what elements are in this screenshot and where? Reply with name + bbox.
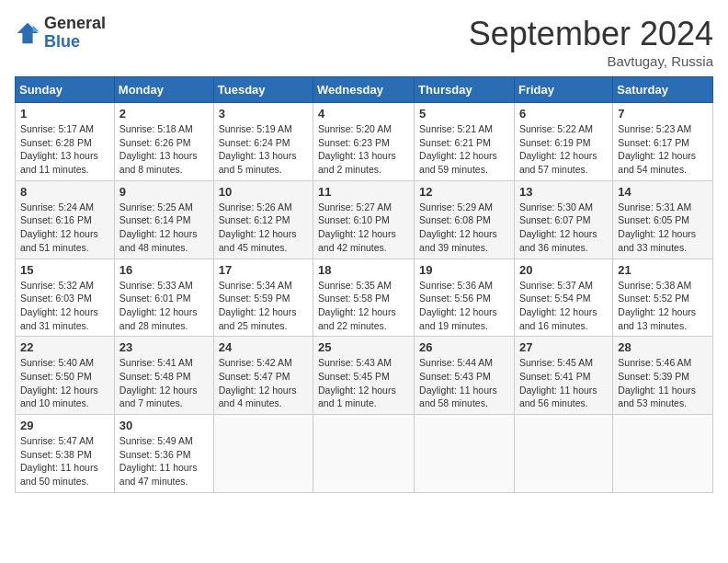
logo-blue: Blue bbox=[44, 33, 106, 52]
calendar-cell: 3Sunrise: 5:19 AMSunset: 6:24 PMDaylight… bbox=[213, 103, 313, 181]
day-number: 29 bbox=[20, 419, 109, 432]
day-info: Sunrise: 5:46 AMSunset: 5:39 PMDaylight:… bbox=[618, 357, 696, 408]
day-info: Sunrise: 5:29 AMSunset: 6:08 PMDaylight:… bbox=[419, 201, 497, 253]
location: Bavtugay, Russia bbox=[469, 53, 713, 69]
day-number: 22 bbox=[20, 340, 109, 354]
day-number: 28 bbox=[618, 340, 708, 354]
calendar-cell: 9Sunrise: 5:25 AMSunset: 6:14 PMDaylight… bbox=[114, 180, 213, 259]
title-block: September 2024 Bavtugay, Russia bbox=[469, 15, 713, 69]
calendar-cell: 10Sunrise: 5:26 AMSunset: 6:12 PMDayligh… bbox=[213, 180, 313, 259]
day-info: Sunrise: 5:26 AMSunset: 6:12 PMDaylight:… bbox=[219, 201, 297, 253]
calendar-cell bbox=[613, 415, 713, 493]
day-number: 26 bbox=[419, 340, 509, 354]
day-info: Sunrise: 5:32 AMSunset: 6:03 PMDaylight:… bbox=[20, 280, 98, 331]
day-number: 25 bbox=[318, 340, 409, 354]
day-info: Sunrise: 5:25 AMSunset: 6:14 PMDaylight:… bbox=[119, 201, 198, 253]
calendar-cell bbox=[313, 415, 415, 493]
day-info: Sunrise: 5:22 AMSunset: 6:19 PMDaylight:… bbox=[519, 123, 597, 175]
day-number: 18 bbox=[318, 263, 409, 277]
day-info: Sunrise: 5:30 AMSunset: 6:07 PMDaylight:… bbox=[519, 201, 597, 253]
day-info: Sunrise: 5:27 AMSunset: 6:10 PMDaylight:… bbox=[318, 201, 396, 253]
day-header: Monday bbox=[114, 77, 213, 103]
day-info: Sunrise: 5:40 AMSunset: 5:50 PMDaylight:… bbox=[20, 357, 98, 408]
calendar-cell: 7Sunrise: 5:23 AMSunset: 6:17 PMDaylight… bbox=[613, 103, 713, 181]
day-info: Sunrise: 5:34 AMSunset: 5:59 PMDaylight:… bbox=[219, 280, 297, 331]
logo-general: General bbox=[44, 15, 106, 33]
day-number: 24 bbox=[219, 340, 308, 354]
day-info: Sunrise: 5:18 AMSunset: 6:26 PMDaylight:… bbox=[119, 123, 198, 175]
day-info: Sunrise: 5:49 AMSunset: 5:36 PMDaylight:… bbox=[119, 435, 198, 487]
calendar-cell: 17Sunrise: 5:34 AMSunset: 5:59 PMDayligh… bbox=[213, 259, 313, 337]
day-number: 2 bbox=[119, 107, 209, 121]
calendar-cell: 16Sunrise: 5:33 AMSunset: 6:01 PMDayligh… bbox=[114, 259, 213, 337]
day-number: 13 bbox=[519, 185, 608, 199]
calendar-cell: 26Sunrise: 5:44 AMSunset: 5:43 PMDayligh… bbox=[415, 337, 515, 415]
day-number: 23 bbox=[119, 340, 209, 354]
day-number: 21 bbox=[618, 263, 708, 277]
day-number: 15 bbox=[20, 263, 109, 277]
calendar-cell: 29Sunrise: 5:47 AMSunset: 5:38 PMDayligh… bbox=[16, 415, 115, 493]
calendar-cell: 11Sunrise: 5:27 AMSunset: 6:10 PMDayligh… bbox=[313, 180, 415, 259]
calendar-cell: 14Sunrise: 5:31 AMSunset: 6:05 PMDayligh… bbox=[613, 180, 713, 259]
calendar-cell: 15Sunrise: 5:32 AMSunset: 6:03 PMDayligh… bbox=[16, 259, 115, 337]
calendar-cell: 2Sunrise: 5:18 AMSunset: 6:26 PMDaylight… bbox=[114, 103, 213, 181]
day-number: 16 bbox=[119, 263, 209, 277]
day-number: 6 bbox=[519, 107, 608, 121]
calendar-cell: 8Sunrise: 5:24 AMSunset: 6:16 PMDaylight… bbox=[16, 180, 115, 259]
calendar-cell: 5Sunrise: 5:21 AMSunset: 6:21 PMDaylight… bbox=[415, 103, 515, 181]
page-header: General Blue September 2024 Bavtugay, Ru… bbox=[15, 15, 713, 69]
day-info: Sunrise: 5:17 AMSunset: 6:28 PMDaylight:… bbox=[20, 123, 98, 175]
calendar-cell: 19Sunrise: 5:36 AMSunset: 5:56 PMDayligh… bbox=[415, 259, 515, 337]
calendar-cell: 28Sunrise: 5:46 AMSunset: 5:39 PMDayligh… bbox=[613, 337, 713, 415]
day-info: Sunrise: 5:35 AMSunset: 5:58 PMDaylight:… bbox=[318, 280, 396, 331]
calendar-cell: 21Sunrise: 5:38 AMSunset: 5:52 PMDayligh… bbox=[613, 259, 713, 337]
day-info: Sunrise: 5:21 AMSunset: 6:21 PMDaylight:… bbox=[419, 123, 497, 175]
day-number: 12 bbox=[419, 185, 509, 199]
calendar-cell: 24Sunrise: 5:42 AMSunset: 5:47 PMDayligh… bbox=[213, 337, 313, 415]
calendar-cell bbox=[514, 415, 612, 493]
day-header: Thursday bbox=[415, 77, 515, 103]
calendar-body: 1Sunrise: 5:17 AMSunset: 6:28 PMDaylight… bbox=[16, 103, 713, 493]
day-info: Sunrise: 5:33 AMSunset: 6:01 PMDaylight:… bbox=[119, 280, 198, 331]
day-number: 3 bbox=[219, 107, 308, 121]
calendar-cell: 25Sunrise: 5:43 AMSunset: 5:45 PMDayligh… bbox=[313, 337, 415, 415]
day-number: 20 bbox=[519, 263, 608, 277]
day-info: Sunrise: 5:47 AMSunset: 5:38 PMDaylight:… bbox=[20, 435, 98, 487]
logo-icon bbox=[15, 20, 40, 46]
calendar-cell: 12Sunrise: 5:29 AMSunset: 6:08 PMDayligh… bbox=[415, 180, 515, 259]
calendar-cell: 6Sunrise: 5:22 AMSunset: 6:19 PMDaylight… bbox=[514, 103, 612, 181]
day-number: 17 bbox=[219, 263, 308, 277]
calendar-cell: 23Sunrise: 5:41 AMSunset: 5:48 PMDayligh… bbox=[114, 337, 213, 415]
day-number: 9 bbox=[119, 185, 209, 199]
day-number: 1 bbox=[20, 107, 109, 121]
calendar-cell: 22Sunrise: 5:40 AMSunset: 5:50 PMDayligh… bbox=[16, 337, 115, 415]
logo: General Blue bbox=[15, 15, 106, 52]
day-info: Sunrise: 5:23 AMSunset: 6:17 PMDaylight:… bbox=[618, 123, 696, 175]
calendar-cell: 13Sunrise: 5:30 AMSunset: 6:07 PMDayligh… bbox=[514, 180, 612, 259]
logo-text: General Blue bbox=[44, 15, 106, 52]
day-number: 7 bbox=[618, 107, 708, 121]
day-info: Sunrise: 5:37 AMSunset: 5:54 PMDaylight:… bbox=[519, 280, 597, 331]
day-info: Sunrise: 5:36 AMSunset: 5:56 PMDaylight:… bbox=[419, 280, 497, 331]
day-info: Sunrise: 5:31 AMSunset: 6:05 PMDaylight:… bbox=[618, 201, 696, 253]
day-number: 19 bbox=[419, 263, 509, 277]
day-info: Sunrise: 5:19 AMSunset: 6:24 PMDaylight:… bbox=[219, 123, 297, 175]
day-header: Sunday bbox=[16, 77, 115, 103]
calendar-cell: 27Sunrise: 5:45 AMSunset: 5:41 PMDayligh… bbox=[514, 337, 612, 415]
month-title: September 2024 bbox=[469, 15, 713, 53]
day-number: 5 bbox=[419, 107, 509, 121]
day-number: 10 bbox=[219, 185, 308, 199]
day-info: Sunrise: 5:24 AMSunset: 6:16 PMDaylight:… bbox=[20, 201, 98, 253]
svg-marker-0 bbox=[17, 23, 38, 43]
calendar-cell bbox=[213, 415, 313, 493]
calendar-cell: 20Sunrise: 5:37 AMSunset: 5:54 PMDayligh… bbox=[514, 259, 612, 337]
calendar-table: SundayMondayTuesdayWednesdayThursdayFrid… bbox=[15, 76, 713, 493]
day-header: Wednesday bbox=[313, 77, 415, 103]
calendar-cell: 18Sunrise: 5:35 AMSunset: 5:58 PMDayligh… bbox=[313, 259, 415, 337]
day-number: 11 bbox=[318, 185, 409, 199]
day-info: Sunrise: 5:38 AMSunset: 5:52 PMDaylight:… bbox=[618, 280, 696, 331]
svg-marker-1 bbox=[33, 25, 40, 31]
day-number: 14 bbox=[618, 185, 708, 199]
day-header: Tuesday bbox=[213, 77, 313, 103]
day-number: 30 bbox=[119, 419, 209, 432]
